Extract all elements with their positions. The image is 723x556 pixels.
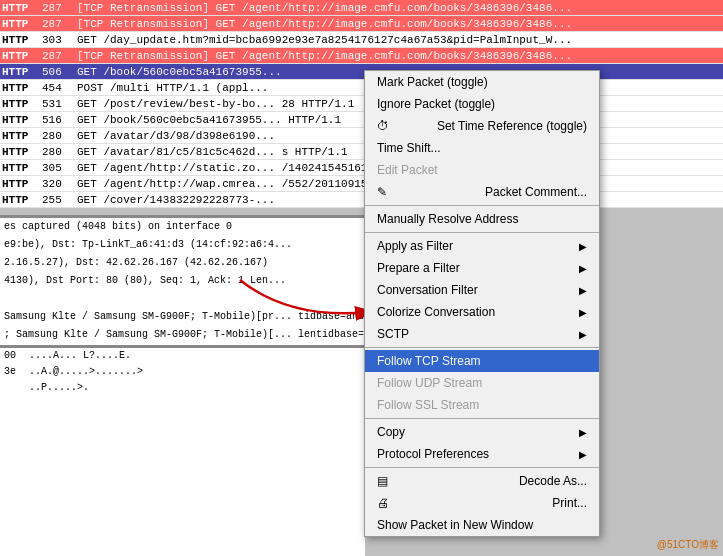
- menu-item-protocol-preferences[interactable]: Protocol Preferences ▶: [365, 443, 599, 465]
- menu-item-sctp[interactable]: SCTP ▶: [365, 323, 599, 345]
- menu-item-ignore-packet[interactable]: Ignore Packet (toggle): [365, 93, 599, 115]
- menu-separator: [365, 232, 599, 233]
- clock-icon: ⏱: [377, 119, 389, 133]
- menu-item-follow-udp: Follow UDP Stream: [365, 372, 599, 394]
- packet-row[interactable]: HTTP 287 [TCP Retransmission] GET /agent…: [0, 16, 723, 32]
- submenu-arrow-icon: ▶: [579, 329, 587, 340]
- packet-row[interactable]: HTTP 287 [TCP Retransmission] GET /agent…: [0, 48, 723, 64]
- submenu-arrow-icon: ▶: [579, 285, 587, 296]
- menu-item-follow-ssl: Follow SSL Stream: [365, 394, 599, 416]
- menu-item-colorize-conversation[interactable]: Colorize Conversation ▶: [365, 301, 599, 323]
- menu-separator: [365, 205, 599, 206]
- packet-row[interactable]: HTTP 255 GET /cover/143832292228773-...: [0, 192, 723, 208]
- menu-item-print[interactable]: 🖨 Print...: [365, 492, 599, 514]
- submenu-arrow-icon: ▶: [579, 263, 587, 274]
- detail-line: 4130), Dst Port: 80 (80), Seq: 1, Ack: 1…: [0, 272, 365, 290]
- print-icon: 🖨: [377, 496, 389, 510]
- menu-separator: [365, 418, 599, 419]
- menu-item-conversation-filter[interactable]: Conversation Filter ▶: [365, 279, 599, 301]
- menu-item-mark-packet[interactable]: Mark Packet (toggle): [365, 71, 599, 93]
- packet-row[interactable]: HTTP 280 GET /avatar/81/c5/81c5c462d... …: [0, 144, 723, 160]
- decode-icon: ▤: [377, 474, 388, 488]
- hex-row: 00 ....A... L?....E.: [0, 348, 365, 364]
- menu-item-prepare-filter[interactable]: Prepare a Filter ▶: [365, 257, 599, 279]
- packet-row[interactable]: HTTP 303 GET /day_update.htm?mid=bcba699…: [0, 32, 723, 48]
- submenu-arrow-icon: ▶: [579, 427, 587, 438]
- packet-list: HTTP 287 [TCP Retransmission] GET /agent…: [0, 0, 723, 215]
- packet-row[interactable]: HTTP 531 GET /post/review/best-by-bo... …: [0, 96, 723, 112]
- menu-item-edit-packet: Edit Packet: [365, 159, 599, 181]
- submenu-arrow-icon: ▶: [579, 241, 587, 252]
- menu-item-manually-resolve[interactable]: Manually Resolve Address: [365, 208, 599, 230]
- menu-item-show-packet-new-window[interactable]: Show Packet in New Window: [365, 514, 599, 536]
- menu-item-apply-filter[interactable]: Apply as Filter ▶: [365, 235, 599, 257]
- menu-item-follow-tcp[interactable]: Follow TCP Stream: [365, 350, 599, 372]
- hex-row: ..P.....>.: [0, 380, 365, 396]
- menu-item-copy[interactable]: Copy ▶: [365, 421, 599, 443]
- payload-line: ; Samsung Klte / Samsung SM-G900F; T-Mob…: [0, 326, 365, 344]
- packet-row[interactable]: HTTP 280 GET /avatar/d3/98/d398e6190...: [0, 128, 723, 144]
- watermark: @51CTO博客: [657, 538, 719, 552]
- hex-row: 3e ..A.@.....>.......>: [0, 364, 365, 380]
- menu-separator: [365, 347, 599, 348]
- detail-line: es captured (4048 bits) on interface 0: [0, 218, 365, 236]
- packet-row[interactable]: HTTP 287 [TCP Retransmission] GET /agent…: [0, 0, 723, 16]
- payload-line: Samsung Klte / Samsung SM-G900F; T-Mobil…: [0, 308, 365, 326]
- submenu-arrow-icon: ▶: [579, 449, 587, 460]
- comment-icon: ✎: [377, 185, 387, 199]
- menu-item-time-shift[interactable]: Time Shift...: [365, 137, 599, 159]
- packet-row[interactable]: HTTP 320 GET /agent/http://wap.cmrea... …: [0, 176, 723, 192]
- packet-row[interactable]: HTTP 516 GET /book/560c0ebc5a41673955...…: [0, 112, 723, 128]
- context-menu: Mark Packet (toggle) Ignore Packet (togg…: [364, 70, 600, 537]
- hex-panel: 00 ....A... L?....E. 3e ..A.@.....>.....…: [0, 345, 365, 556]
- packet-row-selected[interactable]: HTTP 506 GET /book/560c0ebc5a41673955...: [0, 64, 723, 80]
- detail-line: [0, 290, 365, 308]
- packet-row[interactable]: HTTP 305 GET /agent/http://static.zo... …: [0, 160, 723, 176]
- menu-item-packet-comment[interactable]: ✎ Packet Comment...: [365, 181, 599, 203]
- menu-item-decode-as[interactable]: ▤ Decode As...: [365, 470, 599, 492]
- packet-detail-panel: es captured (4048 bits) on interface 0 e…: [0, 215, 365, 345]
- submenu-arrow-icon: ▶: [579, 307, 587, 318]
- detail-line: e9:be), Dst: Tp-LinkT_a6:41:d3 (14:cf:92…: [0, 236, 365, 254]
- menu-separator: [365, 467, 599, 468]
- menu-item-set-time-ref[interactable]: ⏱ Set Time Reference (toggle): [365, 115, 599, 137]
- packet-row[interactable]: HTTP 454 POST /multi HTTP/1.1 (appl...: [0, 80, 723, 96]
- detail-line: 2.16.5.27), Dst: 42.62.26.167 (42.62.26.…: [0, 254, 365, 272]
